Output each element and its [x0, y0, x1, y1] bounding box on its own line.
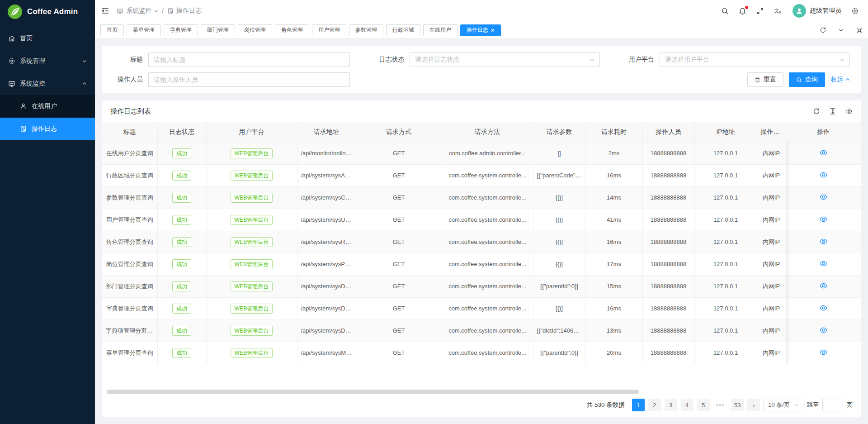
row-height-icon[interactable]: [829, 108, 836, 115]
table-row[interactable]: 部门管理分页查询 成功 WEB管理后台 /api/system/sysDept/…: [102, 275, 861, 297]
cell-ip: 127.0.0.1: [694, 319, 757, 342]
page-button[interactable]: •••: [713, 399, 728, 411]
view-detail-eye-icon[interactable]: [820, 261, 827, 267]
page-button[interactable]: 1: [632, 399, 645, 411]
cell-duration: 15ms: [585, 275, 642, 297]
page-size-select[interactable]: 10 条/页: [764, 399, 803, 411]
sidebar-item-home[interactable]: 首页: [0, 27, 95, 50]
operator-input[interactable]: [148, 72, 350, 87]
chevron-down-icon[interactable]: [832, 22, 850, 38]
tab-label: 行政区域: [392, 26, 414, 34]
sidebar-item-online-users[interactable]: 在线用户: [0, 95, 95, 118]
collapse-sidebar-icon[interactable]: [101, 7, 109, 15]
status-badge: 成功: [172, 326, 191, 336]
column-header[interactable]: 日志状态: [157, 122, 206, 142]
table-row[interactable]: 字典管理分页查询 成功 WEB管理后台 /api/system/sysDict/…: [102, 297, 861, 319]
page-button[interactable]: 4: [681, 399, 693, 411]
table-row[interactable]: 在线用户分页查询 成功 WEB管理后台 /api/monitor/online/…: [102, 142, 861, 164]
view-detail-eye-icon[interactable]: [820, 349, 827, 355]
view-detail-eye-icon[interactable]: [820, 327, 827, 333]
search-icon[interactable]: [721, 7, 729, 15]
app-logo[interactable]: Coffee Admin: [0, 0, 95, 24]
view-detail-eye-icon[interactable]: [820, 194, 827, 200]
table-row[interactable]: 字典项管理分页查询 成功 WEB管理后台 /api/system/sysDict…: [102, 319, 861, 342]
tab[interactable]: 参数管理: [349, 24, 383, 36]
column-header[interactable]: 请求地址: [297, 122, 356, 142]
sidebar-item-label: 系统管理: [20, 57, 45, 65]
close-icon[interactable]: [491, 29, 495, 32]
view-detail-eye-icon[interactable]: [820, 305, 827, 311]
table-row[interactable]: 菜单管理分页查询 成功 WEB管理后台 /api/system/sysMenu/…: [102, 342, 861, 364]
page-button[interactable]: ›: [747, 399, 760, 411]
column-header[interactable]: 标题: [102, 122, 157, 142]
cell-location: 内网IP: [757, 275, 786, 297]
tab[interactable]: 部门管理: [201, 24, 235, 36]
view-detail-eye-icon[interactable]: [820, 216, 827, 222]
jump-page-input[interactable]: [822, 399, 843, 411]
sidebar-item-system-management[interactable]: 系统管理: [0, 50, 95, 72]
view-detail-eye-icon[interactable]: [820, 150, 827, 156]
user-menu[interactable]: 超级管理员: [793, 4, 841, 18]
notification-bell-icon[interactable]: [739, 7, 746, 15]
tab[interactable]: 操作日志: [460, 24, 501, 36]
log-status-select[interactable]: 请选择日志状态: [410, 52, 600, 67]
column-header[interactable]: 请求方式: [356, 122, 442, 142]
title-input[interactable]: [148, 52, 350, 67]
maximize-icon[interactable]: [850, 22, 868, 38]
table-row[interactable]: 角色管理分页查询 成功 WEB管理后台 /api/system/sysRole/…: [102, 231, 861, 253]
tab[interactable]: 行政区域: [386, 24, 420, 36]
scrollbar-thumb[interactable]: [107, 390, 639, 394]
status-badge: 成功: [172, 348, 191, 358]
page-button[interactable]: 2: [648, 399, 661, 411]
collapse-form-link[interactable]: 收起: [830, 76, 850, 84]
page-size-value: 10 条/页: [768, 401, 790, 409]
user-platform-select[interactable]: 请选择用户平台: [660, 52, 850, 67]
page-button[interactable]: 5: [697, 399, 710, 411]
tab[interactable]: 角色管理: [275, 24, 309, 36]
column-header[interactable]: 操作: [786, 122, 861, 142]
tab[interactable]: 菜单管理: [127, 24, 161, 36]
table-row[interactable]: 岗位管理分页查询 成功 WEB管理后台 /api/system/sysPost/…: [102, 253, 861, 275]
column-header[interactable]: 操作地点: [757, 122, 786, 142]
table-row[interactable]: 行政区域分页查询 成功 WEB管理后台 /api/system/sysArea/…: [102, 164, 861, 186]
column-header[interactable]: 操作人员: [642, 122, 694, 142]
tab[interactable]: 首页: [100, 24, 124, 36]
tab[interactable]: 在线用户: [423, 24, 458, 36]
refresh-icon[interactable]: [813, 108, 820, 115]
cell-request-params: [{}]: [533, 253, 585, 275]
view-detail-eye-icon[interactable]: [820, 283, 827, 289]
cell-status: 成功: [157, 142, 206, 164]
sidebar-item-system-monitor[interactable]: 系统监控: [0, 72, 95, 95]
sidebar-item-label: 操作日志: [32, 125, 57, 133]
reset-button[interactable]: 重置: [747, 72, 783, 87]
table-row[interactable]: 参数管理分页查询 成功 WEB管理后台 /api/system/sysConfi…: [102, 186, 861, 209]
page-button[interactable]: 53: [731, 399, 744, 411]
translate-icon[interactable]: 文A: [774, 7, 783, 15]
platform-badge: WEB管理后台: [231, 215, 273, 225]
page-button[interactable]: 3: [665, 399, 677, 411]
fullscreen-icon[interactable]: [756, 7, 764, 15]
column-header[interactable]: 用户平台: [206, 122, 297, 142]
cell-request-method: GET: [356, 164, 442, 186]
status-badge: 成功: [172, 148, 191, 158]
query-button[interactable]: 查询: [789, 72, 825, 87]
column-header[interactable]: 请求方法: [442, 122, 533, 142]
cell-location: 内网IP: [757, 342, 786, 364]
view-detail-eye-icon[interactable]: [820, 172, 827, 178]
table-row[interactable]: 用户管理分页查询 成功 WEB管理后台 /api/system/sysUser/…: [102, 209, 861, 231]
column-header[interactable]: 请求耗时: [585, 122, 642, 142]
column-header[interactable]: IP地址: [694, 122, 757, 142]
tab[interactable]: 岗位管理: [238, 24, 272, 36]
column-settings-gear-icon[interactable]: [845, 108, 853, 115]
breadcrumb-parent[interactable]: 系统监控: [117, 7, 158, 15]
settings-gear-icon[interactable]: [851, 7, 859, 15]
cell-request-url: /api/system/sysConfig/page: [297, 186, 356, 209]
refresh-icon[interactable]: [814, 22, 832, 38]
sidebar-item-operation-log[interactable]: 操作日志: [0, 118, 95, 140]
cell-request-params: [{"parentId":0}]: [533, 275, 585, 297]
column-header[interactable]: 请求参数: [533, 122, 585, 142]
cell-platform: WEB管理后台: [206, 164, 297, 186]
view-detail-eye-icon[interactable]: [820, 238, 827, 244]
tab[interactable]: 字典管理: [164, 24, 198, 36]
tab[interactable]: 用户管理: [312, 24, 346, 36]
